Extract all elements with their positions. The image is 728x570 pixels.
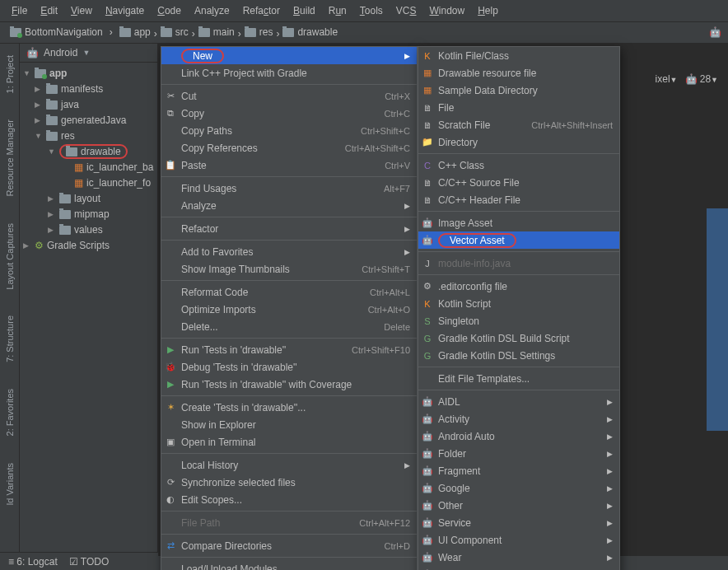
tree-drawable[interactable]: ▼drawable [20,144,157,160]
menu-item-reformat-code[interactable]: Reformat CodeCtrl+Alt+L [161,283,417,301]
menu-item-edit-file-templates[interactable]: Edit File Templates... [418,370,619,387]
menu-item-android-auto[interactable]: 🤖Android Auto▶ [418,428,619,445]
menu-item-directory[interactable]: 📁Directory [418,133,619,151]
menu-item-add-to-favorites[interactable]: Add to Favorites▶ [161,243,417,260]
menu-item-widget[interactable]: 🤖Widget▶ [418,566,619,570]
menu-item-synchronize-selected-files[interactable]: ⟳Synchronize selected files [161,474,417,491]
tree-label: generatedJava [61,114,126,126]
tree-label: res [61,130,75,142]
menu-item-debug-tests-in-drawable[interactable]: 🐞Debug 'Tests in 'drawable'' [161,358,417,376]
menu-item-service[interactable]: 🤖Service▶ [418,514,619,531]
menu-item-cut[interactable]: ✂CutCtrl+X [161,87,417,105]
menu-item-edit-scopes[interactable]: ◐Edit Scopes... [161,491,417,508]
tree-gradle-scripts[interactable]: ▶⚙Gradle Scripts [20,238,157,254]
menu-item-find-usages[interactable]: Find UsagesAlt+F7 [161,180,417,197]
tab-favorites[interactable]: 2: Favorites [3,384,16,441]
menu-item-load-unload-modules[interactable]: Load/Unload Modules... [161,560,417,570]
tree-app[interactable]: ▼app [20,66,157,82]
menu-item-paste[interactable]: 📋PasteCtrl+V [161,157,417,174]
menu-build[interactable]: Build [287,2,322,19]
tree-res[interactable]: ▼res [20,128,157,144]
menu-item-icon: 🗎 [422,103,433,113]
menu-item-optimize-imports[interactable]: Optimize ImportsCtrl+Alt+O [161,301,417,318]
menu-item-other[interactable]: 🤖Other▶ [418,497,619,514]
menu-item-folder[interactable]: 🤖Folder▶ [418,445,619,462]
menu-item-wear[interactable]: 🤖Wear▶ [418,549,619,566]
tab-project[interactable]: 1: Project [3,50,16,98]
tab-logcat[interactable]: ≡ 6: Logcat [8,556,58,568]
menu-item-delete[interactable]: Delete...Delete [161,318,417,335]
breadcrumb-main[interactable]: main [195,26,238,39]
menu-item-c-c-source-file[interactable]: 🗎C/C++ Source File [418,174,619,191]
menu-navigate[interactable]: Navigate [99,2,151,19]
menu-item-compare-directories[interactable]: ⇄Compare DirectoriesCtrl+D [161,537,417,554]
breadcrumb-src[interactable]: src [157,26,192,39]
menu-item-kotlin-file-class[interactable]: KKotlin File/Class [418,47,619,64]
menu-code[interactable]: Code [151,2,188,19]
menu-item-kotlin-script[interactable]: KKotlin Script [418,295,619,312]
menu-vcs[interactable]: VCS [390,2,423,19]
tab-structure[interactable]: 7: Structure [3,311,16,367]
menu-item-run-tests-in-drawable-with-coverage[interactable]: ▶Run 'Tests in 'drawable'' with Coverage [161,376,417,393]
menu-item-drawable-resource-file[interactable]: ▦Drawable resource file [418,64,619,82]
tree-mipmap[interactable]: ▶mipmap [20,207,157,222]
menu-item-google[interactable]: 🤖Google▶ [418,479,619,497]
menu-item-show-in-explorer[interactable]: Show in Explorer [161,416,417,433]
tree-manifests[interactable]: ▶manifests [20,82,157,97]
menu-item-show-image-thumbnails[interactable]: Show Image ThumbnailsCtrl+Shift+T [161,260,417,278]
menu-item-file[interactable]: 🗎File [418,99,619,116]
breadcrumb-drawable[interactable]: drawable [279,26,341,39]
tab-resource-manager[interactable]: Resource Manager [3,114,16,202]
menu-item-copy-references[interactable]: Copy ReferencesCtrl+Alt+Shift+C [161,139,417,157]
menu-item-singleton[interactable]: SSingleton [418,312,619,329]
menu-item-ui-component[interactable]: 🤖UI Component▶ [418,531,619,549]
menu-item-copy[interactable]: ⧉CopyCtrl+C [161,105,417,122]
menu-item-aidl[interactable]: 🤖AIDL▶ [418,393,619,410]
tree-java[interactable]: ▶java [20,97,157,113]
breadcrumb-project[interactable]: BottomNavigation [7,26,106,39]
tree-ic-launcher-fo[interactable]: ▦ic_launcher_fo [20,175,157,191]
menu-help[interactable]: Help [471,2,505,19]
menu-item-activity[interactable]: 🤖Activity▶ [418,410,619,428]
menu-item-link-c-project-with-gradle[interactable]: Link C++ Project with Gradle [161,64,417,82]
menu-item-fragment[interactable]: 🤖Fragment▶ [418,462,619,479]
menu-item-copy-paths[interactable]: Copy PathsCtrl+Shift+C [161,122,417,139]
tree-ic-launcher-ba[interactable]: ▦ic_launcher_ba [20,160,157,175]
menu-item-c-c-header-file[interactable]: 🗎C/C++ Header File [418,191,619,208]
menu-item-local-history[interactable]: Local History▶ [161,456,417,474]
menu-item-create-tests-in-drawable[interactable]: ✶Create 'Tests in 'drawable''... [161,399,417,416]
menu-item-shortcut: Delete [384,322,410,332]
menu-tools[interactable]: Tools [353,2,390,19]
menu-item-gradle-kotlin-dsl-settings[interactable]: GGradle Kotlin DSL Settings [418,347,619,364]
menu-item-analyze[interactable]: Analyze▶ [161,197,417,214]
tree-generated-java[interactable]: ▶generatedJava [20,113,157,128]
menu-item-vector-asset[interactable]: 🤖Vector Asset [418,231,619,249]
tree-values[interactable]: ▶values [20,222,157,238]
menu-item-sample-data-directory[interactable]: ▦Sample Data Directory [418,82,619,99]
menu-item-new[interactable]: New▶ [161,47,417,64]
breadcrumb-res[interactable]: res [241,26,277,39]
menu-item-scratch-file[interactable]: 🗎Scratch FileCtrl+Alt+Shift+Insert [418,116,619,133]
menu-run[interactable]: Run [322,2,353,19]
tab-variants[interactable]: ld Variants [3,458,16,510]
menu-item-image-asset[interactable]: 🤖Image Asset [418,214,619,231]
breadcrumb-app[interactable]: app [116,26,154,39]
tree-layout[interactable]: ▶layout [20,191,157,207]
menu-item-open-in-terminal[interactable]: ▣Open in Terminal [161,433,417,451]
tab-todo[interactable]: ☑ TODO [69,556,110,568]
menu-window[interactable]: Window [423,2,472,19]
project-panel-header[interactable]: 🤖 Android ▼ [20,44,157,63]
menu-item-gradle-kotlin-dsl-build-script[interactable]: GGradle Kotlin DSL Build Script [418,329,619,347]
menu-item-refactor[interactable]: Refactor▶ [161,220,417,237]
menu-analyze[interactable]: Analyze [188,2,236,19]
device-selector[interactable]: ixel▼ 🤖 28▼ [656,73,718,85]
menu-refactor[interactable]: Refactor [236,2,287,19]
menu-view[interactable]: View [64,2,99,19]
menu-edit[interactable]: Edit [34,2,64,19]
tab-layout-captures[interactable]: Layout Captures [3,218,16,295]
menu-item-editorconfig-file[interactable]: ⚙.editorconfig file [418,278,619,295]
menu-file[interactable]: File [5,2,34,19]
menu-item-c-class[interactable]: CC++ Class [418,157,619,174]
menu-item-run-tests-in-drawable[interactable]: ▶Run 'Tests in 'drawable''Ctrl+Shift+F10 [161,341,417,358]
chevron-right-icon: ▶ [404,225,410,233]
